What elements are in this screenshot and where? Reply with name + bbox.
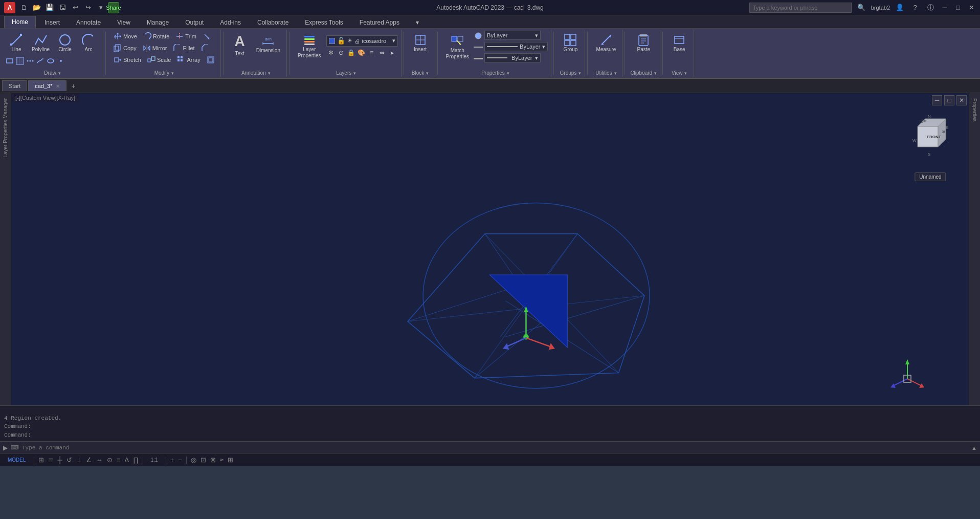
minimize-button[interactable]: ─ — [940, 3, 949, 12]
color-dropdown[interactable]: ByLayer ▾ — [484, 31, 541, 40]
layer-color2-button[interactable]: 🎨 — [357, 48, 366, 57]
trim-button[interactable]: Trim — [173, 31, 199, 42]
view-group-arrow[interactable]: ▾ — [684, 71, 687, 76]
tab-manage[interactable]: Manage — [139, 16, 176, 28]
share-button[interactable]: Share — [108, 2, 119, 13]
spline-button[interactable] — [36, 56, 45, 66]
ellipse-button[interactable] — [46, 56, 55, 66]
offset-button[interactable] — [204, 54, 217, 66]
canvas-area[interactable]: [-][Custom View][X-Ray] ─ □ ✕ FRONT TOP … — [11, 93, 969, 405]
utilities-group-arrow[interactable]: ▾ — [614, 71, 617, 76]
group-button[interactable]: Group — [559, 31, 582, 55]
tab-collaborate[interactable]: Collaborate — [250, 16, 296, 28]
copy-button[interactable]: Copy — [111, 42, 139, 54]
lweight-icon[interactable]: ≡ — [117, 456, 121, 464]
properties-panel-label[interactable]: Properties — [971, 95, 978, 125]
ortho-icon[interactable]: ┼ — [58, 456, 62, 464]
layer-freeze-button[interactable]: ❄ — [326, 48, 336, 57]
fillet-button[interactable]: Fillet — [170, 42, 197, 54]
search-input[interactable] — [749, 3, 852, 13]
draw-group-arrow[interactable]: ▾ — [58, 71, 61, 76]
layer-match-button[interactable]: ⇔ — [377, 48, 387, 57]
rectangle-button[interactable] — [5, 56, 14, 66]
tab-start[interactable]: Start — [2, 80, 27, 91]
insert-button[interactable]: Insert — [409, 31, 432, 55]
dyn-icon[interactable]: ⊙ — [107, 456, 113, 464]
otrack-icon[interactable]: ∠ — [86, 456, 92, 464]
model-button[interactable]: MODEL — [4, 456, 30, 464]
dimension-button[interactable]: dim Dimension — [253, 31, 283, 56]
tpmode-icon[interactable]: Δ — [124, 456, 129, 464]
annotation-group-arrow[interactable]: ▾ — [268, 71, 271, 76]
mirror-button[interactable]: Mirror — [140, 42, 170, 54]
tab-express[interactable]: Express Tools — [297, 16, 350, 28]
linetype-dropdown[interactable]: ByLayer ▾ — [484, 42, 548, 51]
scale-button[interactable]: 1:1 — [147, 456, 162, 464]
snap-icon[interactable]: ≣ — [48, 456, 54, 464]
extend-button[interactable] — [200, 31, 213, 42]
ducs-icon[interactable]: ↔ — [96, 456, 103, 464]
match-properties-button[interactable]: MatchProperties — [443, 31, 473, 63]
command-scroll-up[interactable]: ▲ — [971, 445, 977, 451]
line-button[interactable]: Line — [5, 31, 28, 55]
measure-button[interactable]: Measure — [593, 31, 619, 55]
circle-button[interactable]: Circle — [54, 31, 76, 55]
stretch-button[interactable]: Stretch — [111, 54, 144, 66]
point-button[interactable] — [56, 56, 65, 66]
zoom-in-icon[interactable]: + — [170, 456, 174, 464]
tab-close-button[interactable]: ✕ — [56, 83, 60, 89]
tab-view[interactable]: View — [109, 16, 138, 28]
tab-featured[interactable]: Featured Apps — [352, 16, 407, 28]
open-button[interactable]: 📂 — [31, 2, 42, 13]
paste-button[interactable]: Paste — [632, 31, 655, 55]
chamfer-button[interactable] — [198, 42, 212, 54]
tab-more[interactable]: ▾ — [408, 16, 427, 28]
account-button[interactable]: 👤 — [894, 2, 905, 13]
drawing-canvas[interactable] — [11, 93, 969, 405]
layer-properties-manager-label[interactable]: Layer Properties Manager — [2, 95, 9, 161]
groups-group-arrow[interactable]: ▾ — [578, 71, 581, 76]
info-button[interactable]: ? — [909, 2, 921, 13]
osnap-icon[interactable]: ⊥ — [76, 456, 82, 464]
arc-button[interactable]: Arc — [77, 31, 100, 55]
search-button[interactable]: 🔍 — [856, 2, 867, 13]
maximize-button[interactable]: □ — [953, 3, 963, 12]
array-button[interactable]: Array — [174, 54, 203, 66]
zoom-out-icon[interactable]: − — [178, 456, 182, 464]
base-button[interactable]: Base — [668, 31, 691, 55]
clipboard-group-arrow[interactable]: ▾ — [654, 71, 657, 76]
grid-icon[interactable]: ⊞ — [38, 456, 44, 464]
lineweight-dropdown[interactable]: ByLayer ▾ — [484, 53, 541, 62]
tab-cad3[interactable]: cad_3* ✕ — [28, 80, 66, 91]
command-input[interactable] — [22, 445, 968, 451]
layer-linetype-button[interactable]: ≡ — [367, 48, 376, 57]
polar-icon[interactable]: ↺ — [66, 456, 72, 464]
rotate-button[interactable]: Rotate — [141, 31, 172, 42]
layer-isolate-button[interactable]: ⊙ — [337, 48, 346, 57]
layer-more-button[interactable]: ▸ — [388, 48, 397, 57]
workspace-icon[interactable]: ◎ — [191, 456, 196, 464]
layer-lock-button[interactable]: 🔒 — [347, 48, 356, 57]
text-button[interactable]: A Text — [229, 31, 251, 59]
tab-addins[interactable]: Add-ins — [212, 16, 249, 28]
help-button[interactable]: ⓘ — [925, 2, 936, 13]
save-as-button[interactable]: 🖫 — [57, 2, 68, 13]
hatch-button[interactable] — [15, 56, 25, 66]
more-draw-button[interactable] — [26, 56, 35, 66]
close-button[interactable]: ✕ — [967, 3, 976, 12]
tab-output[interactable]: Output — [177, 16, 211, 28]
modify-group-arrow[interactable]: ▾ — [171, 71, 174, 76]
qp-icon[interactable]: ∏ — [133, 456, 139, 464]
hardware-icon[interactable]: ⊠ — [210, 456, 216, 464]
new-button[interactable]: 🗋 — [18, 2, 30, 13]
move-button[interactable]: Move — [111, 31, 140, 42]
layer-dropdown[interactable]: 🔓 ☀ 🖨 icosaedro ▾ — [326, 35, 398, 47]
tab-annotate[interactable]: Annotate — [69, 16, 108, 28]
undo-button[interactable]: ↩ — [70, 2, 81, 13]
new-tab-button[interactable]: + — [68, 80, 80, 92]
clean-screen-icon[interactable]: ≈ — [220, 456, 224, 464]
tab-insert[interactable]: Insert — [37, 16, 68, 28]
layer-properties-button[interactable]: LayerProperties — [295, 31, 324, 61]
qa-dropdown-button[interactable]: ▾ — [95, 2, 106, 13]
isolate-icon[interactable]: ⊡ — [201, 456, 206, 464]
